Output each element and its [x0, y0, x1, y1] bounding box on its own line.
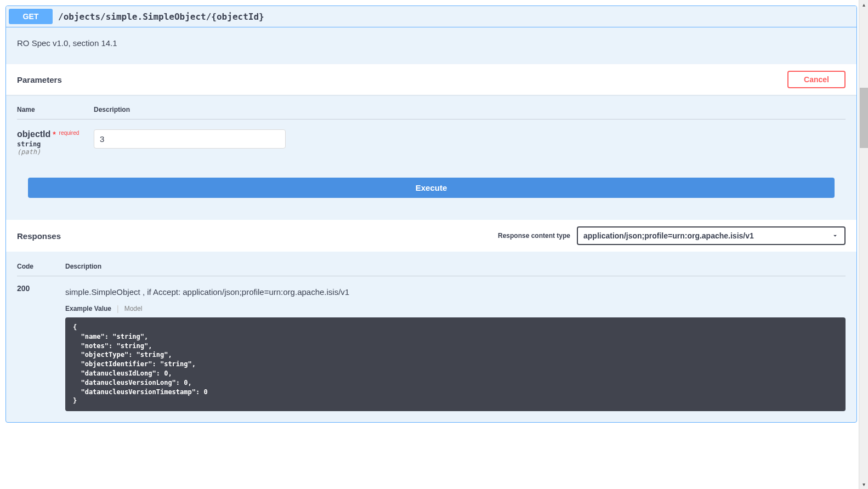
scrollbar[interactable]: ▴ ▾: [859, 0, 868, 428]
scroll-up-button[interactable]: ▴: [859, 0, 868, 9]
responses-section-header: Responses Response content type applicat…: [6, 220, 856, 252]
example-code-block[interactable]: { "name": "string", "notes": "string", "…: [65, 317, 846, 411]
parameter-name: objectId: [17, 129, 50, 139]
content-type-label: Response content type: [498, 232, 570, 240]
content-type-select[interactable]: application/json;profile=urn:org.apache.…: [577, 226, 846, 245]
operation-summary[interactable]: GET /objects/simple.SimpleObject/{object…: [6, 6, 856, 27]
response-code: 200: [17, 284, 65, 411]
tab-model[interactable]: Model: [124, 305, 143, 312]
parameter-table-header: Name Description: [17, 106, 846, 120]
parameters-container: Name Description objectId * required str…: [6, 95, 856, 220]
endpoint-path: /objects/simple.SimpleObject/{objectId}: [53, 12, 270, 22]
tab-separator: |: [117, 304, 119, 313]
cancel-button[interactable]: Cancel: [787, 71, 846, 88]
parameters-section-header: Parameters Cancel: [6, 64, 856, 95]
responses-title: Responses: [17, 231, 61, 241]
parameter-input-wrapper: [94, 129, 286, 156]
param-name-header: Name: [17, 106, 94, 113]
execute-wrapper: Execute: [17, 156, 846, 209]
response-code-header: Code: [17, 263, 65, 270]
tab-example-value[interactable]: Example Value: [65, 305, 111, 312]
parameter-location: (path): [17, 148, 94, 156]
response-row: 200 simple.SimpleObject , if Accept: app…: [17, 276, 846, 411]
parameter-info: objectId * required string (path): [17, 129, 94, 156]
http-method-badge: GET: [9, 9, 53, 24]
parameter-type: string: [17, 140, 94, 148]
response-tabs: Example Value | Model: [65, 304, 846, 313]
response-body: simple.SimpleObject , if Accept: applica…: [65, 284, 846, 411]
scroll-thumb[interactable]: [860, 88, 868, 148]
response-desc-header: Description: [65, 263, 101, 270]
content-type-wrapper: Response content type application/json;p…: [498, 226, 846, 245]
response-table-header: Code Description: [17, 263, 846, 276]
param-desc-header: Description: [94, 106, 130, 113]
operation-block: GET /objects/simple.SimpleObject/{object…: [5, 5, 857, 423]
execute-button[interactable]: Execute: [28, 178, 835, 198]
operation-description: RO Spec v1.0, section 14.1: [6, 27, 856, 64]
required-label: required: [58, 130, 80, 136]
objectid-input[interactable]: [94, 129, 286, 149]
parameter-row: objectId * required string (path): [17, 129, 846, 156]
parameters-title: Parameters: [17, 75, 62, 84]
response-description: simple.SimpleObject , if Accept: applica…: [65, 287, 846, 297]
required-star: *: [53, 130, 55, 139]
responses-inner: Code Description 200 simple.SimpleObject…: [6, 252, 856, 422]
